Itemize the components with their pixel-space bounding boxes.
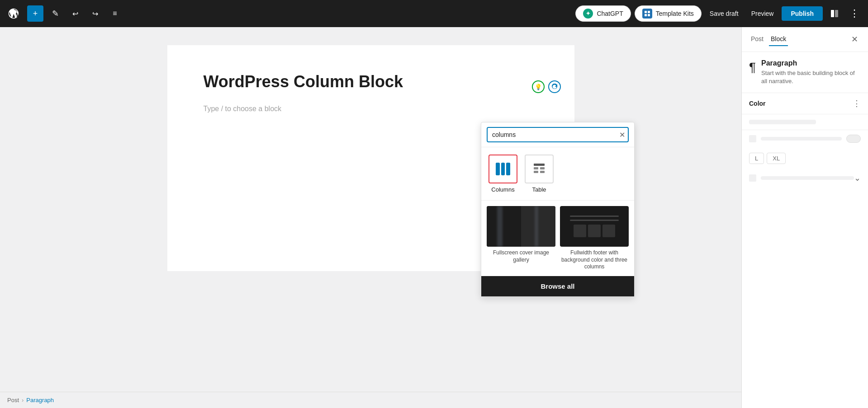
- browse-all-button[interactable]: Browse all: [481, 276, 634, 296]
- svg-rect-7: [534, 167, 538, 169]
- columns-icon: [496, 163, 510, 175]
- svg-rect-5: [835, 10, 838, 17]
- undo-button[interactable]: ↩: [67, 5, 83, 22]
- pattern-row: Fullscreen cover image gallery Fullwidth…: [487, 206, 629, 271]
- svg-rect-2: [645, 14, 647, 16]
- chatgpt-label: ChatGPT: [597, 10, 623, 17]
- template-kits-icon: [642, 9, 652, 19]
- tab-block[interactable]: Block: [769, 33, 788, 46]
- refresh-icon[interactable]: [548, 80, 561, 93]
- template-kits-label: Template Kits: [656, 10, 694, 17]
- main-layout: 💡 WordPress Column Block Type / to choos…: [0, 27, 868, 408]
- chatgpt-icon: ✦: [583, 9, 593, 19]
- inserter-blocks-row: Columns Table: [481, 147, 634, 201]
- color-more-button[interactable]: ⋮: [853, 98, 861, 108]
- inline-toolbar-icons: 💡: [532, 80, 561, 93]
- wp-logo[interactable]: [5, 5, 22, 22]
- block-desc: Start with the basic building block of a…: [761, 69, 861, 85]
- table-block-label: Table: [532, 186, 546, 193]
- block-item-columns[interactable]: Columns: [489, 155, 517, 193]
- breadcrumb-current[interactable]: Paragraph: [26, 397, 54, 403]
- block-inserter-popup: ✕ Columns: [481, 122, 635, 297]
- pattern-item-waterfall[interactable]: Fullscreen cover image gallery: [487, 206, 555, 271]
- save-draft-button[interactable]: Save draft: [705, 7, 743, 20]
- right-sidebar: Post Block ✕ ¶ Paragraph Start with the …: [741, 27, 868, 408]
- svg-rect-9: [534, 171, 538, 173]
- pattern-thumb-waterfall: [487, 206, 555, 247]
- svg-rect-10: [540, 171, 545, 173]
- columns-block-label: Columns: [491, 186, 514, 193]
- pattern-label-dark-footer: Fullwidth footer with background color a…: [560, 249, 629, 271]
- svg-rect-0: [645, 11, 647, 13]
- inserter-clear-button[interactable]: ✕: [619, 131, 625, 139]
- main-toolbar: + ✎ ↩ ↪ ≡ ✦ ChatGPT Template Kits Save d…: [0, 0, 868, 27]
- color-section: Color ⋮: [742, 93, 868, 114]
- block-item-table[interactable]: Table: [525, 155, 554, 193]
- publish-button[interactable]: Publish: [782, 6, 823, 21]
- svg-rect-3: [648, 14, 650, 16]
- pattern-item-dark-footer[interactable]: Fullwidth footer with background color a…: [560, 206, 629, 271]
- page-title: WordPress Column Block: [204, 72, 538, 91]
- add-block-button[interactable]: +: [27, 5, 43, 22]
- view-toggle-button[interactable]: [826, 5, 843, 22]
- sidebar-row-3: ⌄: [742, 168, 868, 188]
- sidebar-row-1: [742, 114, 868, 130]
- list-view-button[interactable]: ≡: [107, 5, 123, 22]
- redo-button[interactable]: ↪: [87, 5, 103, 22]
- preview-button[interactable]: Preview: [747, 7, 778, 20]
- columns-icon-box: [489, 155, 517, 183]
- inserter-search-wrapper: ✕: [481, 122, 634, 147]
- block-name: Paragraph: [761, 59, 861, 67]
- svg-rect-1: [648, 11, 650, 13]
- block-info: ¶ Paragraph Start with the basic buildin…: [742, 52, 868, 93]
- close-sidebar-button[interactable]: ✕: [848, 33, 861, 46]
- svg-rect-4: [831, 10, 834, 17]
- chatgpt-button[interactable]: ✦ ChatGPT: [575, 5, 631, 22]
- status-bar: Post › Paragraph: [0, 392, 741, 408]
- table-icon-box: [525, 155, 554, 183]
- breadcrumb-root[interactable]: Post: [7, 397, 19, 403]
- inserter-patterns: Fullscreen cover image gallery Fullwidth…: [481, 201, 634, 276]
- svg-rect-8: [540, 167, 545, 169]
- breadcrumb-separator: ›: [22, 397, 24, 403]
- more-options-button[interactable]: ⋮: [846, 5, 863, 22]
- sidebar-tabs: Post Block ✕: [742, 27, 868, 52]
- pattern-label-waterfall: Fullscreen cover image gallery: [487, 249, 555, 263]
- font-size-row: L XL: [742, 149, 868, 168]
- block-placeholder[interactable]: Type / to choose a block: [204, 105, 538, 113]
- tab-post[interactable]: Post: [749, 33, 765, 46]
- sidebar-row-2: [742, 130, 868, 147]
- hint-icon[interactable]: 💡: [532, 80, 545, 93]
- paragraph-icon: ¶: [749, 60, 756, 75]
- pattern-thumb-dark-footer: [560, 206, 629, 247]
- template-kits-button[interactable]: Template Kits: [635, 5, 702, 22]
- svg-rect-6: [534, 164, 545, 166]
- edit-button[interactable]: ✎: [47, 5, 63, 22]
- color-label: Color: [749, 100, 766, 107]
- inserter-search-input[interactable]: [487, 127, 629, 142]
